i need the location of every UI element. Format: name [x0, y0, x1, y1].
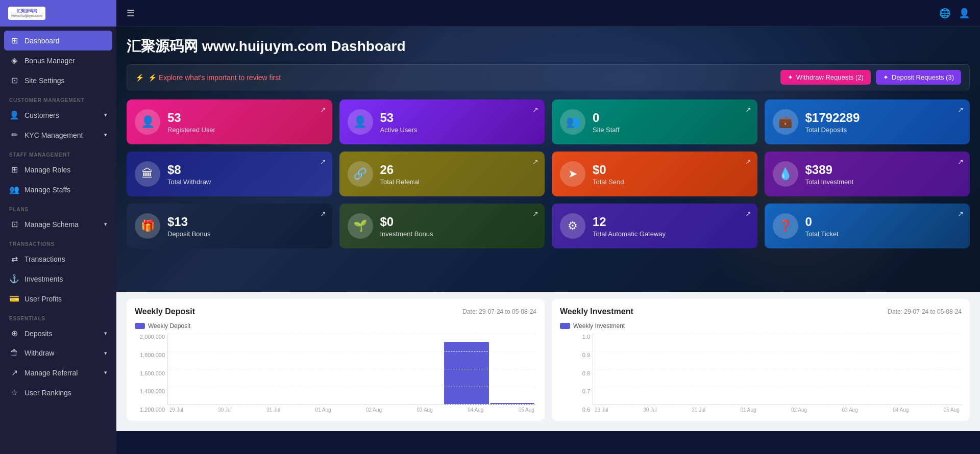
chart-bars-area	[593, 334, 962, 405]
x-label: 02 Aug	[366, 407, 382, 413]
sidebar-item-label: Withdraw	[24, 349, 54, 357]
sidebar-item-dashboard[interactable]: ⊞ Dashboard	[4, 31, 112, 51]
stat-card-total-investment[interactable]: ↗ 💧 $389 Total Investment	[765, 152, 970, 196]
sidebar-item-manage-staffs[interactable]: 👥 Manage Staffs	[0, 180, 116, 199]
chart-bars	[168, 334, 536, 405]
user-icon[interactable]: 👤	[959, 8, 970, 19]
withdraw-icon: 🗑	[9, 348, 19, 358]
sidebar-item-transactions[interactable]: ⇄ Transactions	[0, 249, 116, 269]
external-link-icon: ↗	[745, 158, 751, 166]
sidebar-item-kyc[interactable]: ✏ KYC Management ▾	[0, 125, 116, 145]
y-label: 1,400,000	[137, 388, 165, 394]
stat-label: Site Staff	[593, 126, 620, 134]
stat-card-site-staff[interactable]: ↗ 👥 0 Site Staff	[552, 99, 757, 144]
stat-info: 26 Total Referral	[380, 163, 420, 186]
chart-deposit-legend: Weekly Deposit	[135, 322, 536, 330]
sidebar-item-label: Investments	[24, 275, 63, 283]
deposits-icon: ⊕	[9, 329, 19, 338]
topbar-left: ☰	[127, 8, 135, 19]
chart-deposit-header: Weekly Deposit Date: 29-07-24 to 05-08-2…	[135, 307, 536, 316]
stat-icon: ⚙	[560, 213, 585, 239]
stat-card-investment-bonus[interactable]: ↗ 🌱 $0 Investment Bonus	[339, 204, 545, 248]
chart-invest-legend: Weekly Investment	[560, 322, 962, 330]
sidebar-nav: ⊞ Dashboard ◈ Bonus Manager ⊡ Site Setti…	[0, 27, 116, 454]
stat-value: $0	[593, 163, 624, 177]
stat-card-total-ticket[interactable]: ↗ ❓ 0 Total Ticket	[765, 204, 970, 248]
sidebar-item-label: Transactions	[24, 255, 65, 263]
stat-info: $0 Total Send	[593, 163, 624, 186]
sidebar-item-label: Site Settings	[24, 77, 65, 85]
sidebar-item-manage-roles[interactable]: ⊞ Manage Roles	[0, 160, 116, 180]
sidebar-item-customers[interactable]: 👤 Customers ▾	[0, 105, 116, 125]
stat-card-active-users[interactable]: ↗ 👤 53 Active Users	[339, 99, 545, 144]
stats-grid: ↗ 👤 53 Registered User ↗ 👤 53 Active Use…	[127, 99, 970, 248]
x-label: 03 Aug	[417, 407, 433, 413]
referral-icon: ↗	[9, 368, 19, 377]
stat-card-total-send[interactable]: ↗ ➤ $0 Total Send	[552, 152, 757, 196]
external-link-icon: ↗	[745, 106, 751, 114]
topbar-right: 🌐 👤	[939, 8, 970, 19]
x-label: 31 Jul	[266, 407, 280, 413]
chart-invest-date: Date: 29-07-24 to 05-08-24	[888, 308, 962, 315]
star-icon: ✦	[788, 73, 793, 81]
sidebar-item-manage-schema[interactable]: ⊡ Manage Schema ▾	[0, 214, 116, 234]
globe-icon[interactable]: 🌐	[939, 8, 950, 19]
schema-icon: ⊡	[9, 219, 19, 229]
stat-card-registered-user[interactable]: ↗ 👤 53 Registered User	[127, 99, 332, 144]
stat-info: $13 Deposit Bonus	[167, 215, 211, 238]
chart-bar	[444, 342, 489, 405]
stat-card-total-withdraw[interactable]: ↗ 🏛 $8 Total Withdraw	[127, 152, 332, 196]
stat-label: Total Send	[593, 178, 624, 186]
sidebar-item-label: Dashboard	[24, 37, 60, 45]
withdraw-requests-button[interactable]: ✦ Withdraw Requests (2)	[780, 70, 871, 85]
stat-value: $13	[167, 215, 211, 229]
stat-label: Total Withdraw	[167, 178, 211, 186]
chart-y-labels: 1.00.90.80.70.6	[562, 334, 590, 413]
logo-box: 汇聚源码网 www.huijuym.com	[8, 7, 45, 20]
customers-icon: 👤	[9, 110, 19, 120]
stat-icon: 💼	[773, 109, 798, 135]
sidebar-item-site-settings[interactable]: ⊡ Site Settings	[0, 70, 116, 90]
stat-card-total-referral[interactable]: ↗ 🔗 26 Total Referral	[339, 152, 545, 196]
alert-icon: ⚡	[135, 73, 144, 82]
hamburger-icon[interactable]: ☰	[127, 8, 135, 19]
stat-label: Deposit Bonus	[167, 230, 211, 238]
chevron-down-icon: ▾	[104, 112, 107, 118]
topbar: ☰ 🌐 👤	[116, 0, 980, 27]
sidebar-item-investments[interactable]: ⚓ Investments	[0, 269, 116, 289]
stat-card-total-deposits[interactable]: ↗ 💼 $1792289 Total Deposits	[765, 99, 970, 144]
chart-invest-header: Weekly Investment Date: 29-07-24 to 05-0…	[560, 307, 962, 316]
external-link-icon: ↗	[320, 106, 326, 114]
stat-icon: 🌱	[348, 213, 373, 239]
x-label: 30 Jul	[643, 407, 657, 413]
stat-card-deposit-bonus[interactable]: ↗ 🎁 $13 Deposit Bonus	[127, 204, 332, 248]
sidebar-item-user-rankings[interactable]: ☆ User Rankings	[0, 383, 116, 402]
stat-value: 53	[167, 111, 215, 125]
sidebar-item-label: KYC Management	[24, 131, 83, 139]
deposit-requests-button[interactable]: ✦ Deposit Requests (3)	[876, 70, 961, 85]
sidebar-item-deposits[interactable]: ⊕ Deposits ▾	[0, 323, 116, 343]
stat-icon: 🔗	[348, 161, 373, 187]
stat-icon: 👥	[560, 109, 585, 135]
chart-x-labels: 29 Jul30 Jul31 Jul01 Aug02 Aug03 Aug04 A…	[593, 407, 962, 413]
sidebar-item-label: Manage Schema	[24, 220, 79, 229]
external-link-icon: ↗	[958, 158, 964, 166]
x-label: 02 Aug	[791, 407, 807, 413]
stat-info: $8 Total Withdraw	[167, 163, 211, 186]
sidebar-item-label: Customers	[24, 111, 59, 119]
weekly-deposit-chart: Weekly Deposit Date: 29-07-24 to 05-08-2…	[127, 299, 545, 421]
y-label: 0.9	[562, 352, 590, 358]
chart-bars-area	[167, 334, 536, 405]
sidebar-item-bonus-manager[interactable]: ◈ Bonus Manager	[0, 51, 116, 70]
chart-invest-area: 1.00.90.80.70.6 29 Jul30 Jul31 Jul01 Aug…	[593, 334, 962, 413]
external-link-icon: ↗	[532, 106, 538, 114]
external-link-icon: ↗	[320, 158, 326, 166]
sidebar-item-user-profits[interactable]: 💳 User Profits	[0, 289, 116, 309]
stat-card-total-automatic-gateway[interactable]: ↗ ⚙ 12 Total Automatic Gateway	[552, 204, 757, 248]
sidebar-item-withdraw[interactable]: 🗑 Withdraw ▾	[0, 343, 116, 363]
stat-value: 0	[805, 215, 839, 229]
chart-deposit-title: Weekly Deposit	[135, 307, 195, 316]
sidebar-item-manage-referral[interactable]: ↗ Manage Referral ▾	[0, 363, 116, 383]
section-transactions: TRANSACTIONS	[0, 234, 116, 249]
stat-info: $0 Investment Bonus	[380, 215, 433, 238]
